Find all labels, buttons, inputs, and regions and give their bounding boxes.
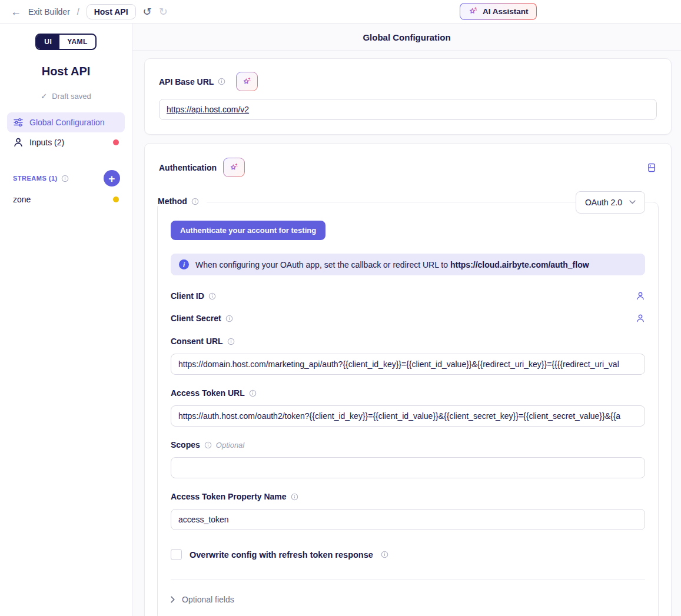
add-stream-button[interactable]: + — [104, 170, 120, 187]
sidebar-ui-yaml-toggle: UI YAML — [35, 34, 96, 50]
oauth-callback-info-banner: i When configuring your OAuth app, set t… — [171, 254, 645, 275]
streams-header: STREAMS (1) + — [13, 170, 125, 187]
overwrite-config-label: Overwrite config with refresh token resp… — [190, 550, 373, 560]
info-icon[interactable] — [204, 441, 212, 449]
back-arrow-icon[interactable]: ← — [11, 6, 21, 17]
info-icon[interactable] — [225, 315, 233, 322]
divider — [171, 580, 645, 580]
info-icon[interactable] — [208, 292, 216, 300]
user-icon — [13, 137, 24, 148]
client-id-label: Client ID — [171, 291, 204, 301]
info-icon[interactable] — [291, 493, 298, 501]
page-title: Global Configuration — [132, 24, 681, 51]
info-filled-icon: i — [179, 259, 189, 269]
optional-fields-toggle[interactable]: Optional fields — [171, 595, 645, 604]
access-token-url-input[interactable] — [171, 405, 645, 427]
scopes-input[interactable] — [171, 457, 645, 478]
callback-url: https://cloud.airbyte.com/auth_flow — [450, 260, 589, 269]
sidebar-item-stream-zone[interactable]: zone — [7, 191, 125, 208]
documentation-icon[interactable] — [646, 162, 657, 173]
optional-tag: Optional — [216, 441, 244, 449]
api-base-url-label: API Base URL — [159, 77, 214, 86]
overwrite-config-checkbox[interactable] — [171, 549, 182, 560]
sidebar: UI YAML Host API ✓ Draft saved Global Co… — [0, 24, 132, 616]
stream-status-dot — [113, 197, 119, 202]
client-secret-label: Client Secret — [171, 314, 221, 323]
check-icon: ✓ — [41, 92, 47, 101]
stream-name-label: zone — [13, 195, 31, 204]
exit-builder-link[interactable]: Exit Builder — [28, 7, 70, 16]
oauth-fieldset: Method OAuth 2.0 Authenticate your accou… — [157, 202, 659, 616]
authenticate-account-button[interactable]: Authenticate your account for testing — [171, 221, 325, 240]
info-icon[interactable] — [227, 338, 235, 345]
authentication-card: Authentication Method OAuth 2.0 — [144, 143, 672, 616]
main-panel: Global Configuration API Base URL Authen… — [132, 24, 681, 616]
scopes-label: Scopes — [171, 440, 200, 449]
info-icon[interactable] — [61, 175, 69, 182]
api-base-url-card: API Base URL — [144, 58, 672, 135]
breadcrumb-separator: / — [77, 7, 79, 16]
consent-url-label: Consent URL — [171, 337, 223, 346]
streams-heading-label: STREAMS (1) — [13, 175, 58, 182]
ai-suggest-button[interactable] — [236, 72, 258, 91]
toggle-ui-option[interactable]: UI — [36, 35, 59, 49]
method-label: Method — [158, 197, 187, 206]
method-dropdown-value: OAuth 2.0 — [585, 198, 622, 207]
sidebar-item-label: Inputs (2) — [29, 138, 64, 147]
scopes-field: Scopes Optional — [171, 440, 645, 478]
client-id-row: Client ID — [171, 291, 645, 301]
overwrite-config-row: Overwrite config with refresh token resp… — [171, 549, 645, 560]
api-base-url-input[interactable] — [159, 99, 657, 120]
info-icon[interactable] — [249, 389, 257, 397]
banner-text: When configuring your OAuth app, set the… — [195, 260, 589, 269]
access-token-url-field: Access Token URL — [171, 388, 645, 427]
sidebar-item-global-configuration[interactable]: Global Configuration — [7, 112, 125, 132]
sidebar-item-inputs[interactable]: Inputs (2) — [7, 132, 125, 152]
toggle-yaml-option[interactable]: YAML — [59, 35, 95, 49]
save-status: ✓ Draft saved — [0, 92, 132, 101]
topbar: ← Exit Builder / Host API ↺ ↻ AI Assista… — [0, 0, 681, 24]
authentication-title: Authentication — [159, 163, 217, 172]
consent-url-field: Consent URL — [171, 337, 645, 375]
ai-suggest-button[interactable] — [223, 158, 245, 177]
inputs-status-dot — [113, 139, 119, 145]
undo-icon[interactable]: ↺ — [143, 5, 152, 18]
user-input-link-icon[interactable] — [636, 291, 645, 301]
info-icon[interactable] — [218, 78, 225, 85]
sidebar-item-label: Global Configuration — [29, 118, 105, 127]
consent-url-input[interactable] — [171, 354, 645, 375]
optional-fields-label: Optional fields — [182, 595, 234, 604]
chevron-down-icon — [629, 200, 636, 205]
access-token-url-label: Access Token URL — [171, 388, 245, 398]
connector-title: Host API — [0, 65, 132, 78]
client-secret-row: Client Secret — [171, 314, 645, 323]
chevron-right-icon — [171, 596, 175, 603]
ai-assistant-button[interactable]: AI Assistant — [460, 3, 537, 20]
redo-icon: ↻ — [159, 5, 168, 18]
ai-sparkle-icon — [468, 6, 478, 16]
save-status-label: Draft saved — [52, 92, 91, 101]
connector-name-field[interactable]: Host API — [87, 4, 136, 19]
access-token-property-input[interactable] — [171, 509, 645, 530]
user-input-link-icon[interactable] — [636, 314, 645, 323]
access-token-property-field: Access Token Property Name — [171, 492, 645, 530]
access-token-property-label: Access Token Property Name — [171, 492, 287, 501]
ai-assistant-label: AI Assistant — [483, 7, 529, 16]
sliders-icon — [13, 117, 24, 128]
info-icon[interactable] — [381, 551, 388, 558]
info-icon[interactable] — [191, 198, 199, 205]
method-dropdown[interactable]: OAuth 2.0 — [576, 191, 645, 214]
